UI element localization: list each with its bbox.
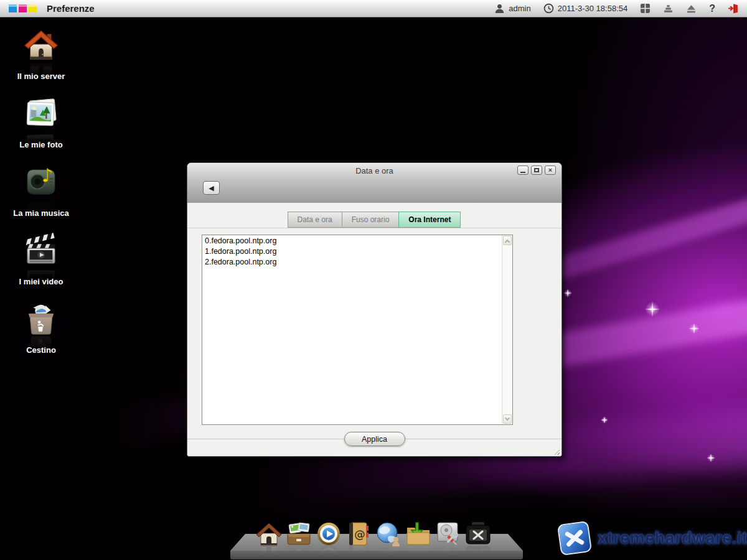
media-player-icon xyxy=(315,520,342,548)
user-icon xyxy=(494,3,505,14)
chevron-up-icon xyxy=(505,239,510,244)
tab-ora-internet[interactable]: Ora Internet xyxy=(398,212,461,228)
desktop-icon-label: Cestino xyxy=(6,345,76,355)
minimize-icon xyxy=(520,172,525,173)
home-icon xyxy=(255,520,283,548)
sparkle xyxy=(601,416,608,424)
dock-shelf-front xyxy=(230,551,523,559)
svg-text:♪: ♪ xyxy=(42,165,54,186)
tab-data-e-ora[interactable]: Data e ora xyxy=(288,212,342,228)
music-icon: ♪ xyxy=(23,164,59,200)
apps-grid-button[interactable] xyxy=(640,3,651,14)
desktop: Il mio server Le mie xyxy=(0,18,747,560)
devices-button[interactable] xyxy=(663,3,674,14)
dock-item-photos[interactable] xyxy=(285,520,312,548)
back-button[interactable]: ◀ xyxy=(203,181,220,195)
ntp-server-item[interactable]: 0.fedora.pool.ntp.org xyxy=(202,235,501,246)
top-menubar: Preferenze admin 2011-3-30 18:58:54 xyxy=(0,0,747,17)
desktop-icon-my-music[interactable]: ♪ La mia musica xyxy=(6,164,76,218)
window-content: Data e ora Fuso orario Ora Internet 0.fe… xyxy=(187,203,561,457)
xtremehardware-logo-icon xyxy=(557,521,592,556)
scroll-down-button[interactable] xyxy=(503,414,512,424)
maximize-icon xyxy=(534,168,539,172)
scroll-up-button[interactable] xyxy=(503,236,512,245)
address-book-icon: @ xyxy=(345,520,372,548)
download-folder-icon xyxy=(405,520,432,548)
globe-network-icon xyxy=(375,520,402,548)
toolbox-icon xyxy=(464,520,492,548)
dock-item-disk-utility[interactable] xyxy=(435,520,462,548)
watermark: xtremehardware.it xyxy=(559,523,747,554)
logo-square-yellow xyxy=(29,4,37,12)
logo-square-magenta xyxy=(19,4,27,12)
desktop-icon-label: Il mio server xyxy=(6,72,76,81)
user-menu[interactable]: admin xyxy=(494,3,530,14)
apply-button[interactable]: Applica xyxy=(344,432,405,446)
help-button[interactable]: ? xyxy=(709,3,715,14)
dock-item-home[interactable] xyxy=(255,520,283,548)
desktop-icon-label: La mia musica xyxy=(6,208,76,218)
sparkle xyxy=(707,454,715,462)
minimize-button[interactable] xyxy=(517,166,529,175)
logout-icon xyxy=(728,3,738,14)
eject-icon xyxy=(686,3,697,14)
desktop-icon-my-videos[interactable]: I miei video xyxy=(6,232,76,286)
sparkle xyxy=(688,323,700,334)
eject-button[interactable] xyxy=(686,3,697,14)
clock-icon xyxy=(543,3,554,14)
sparkle xyxy=(644,301,660,317)
dock: @ xyxy=(255,520,494,548)
ntp-server-list[interactable]: 0.fedora.pool.ntp.org 1.fedora.pool.ntp.… xyxy=(202,235,513,425)
tab-strip: Data e ora Fuso orario Ora Internet xyxy=(187,212,561,228)
logout-button[interactable] xyxy=(728,3,738,14)
grid-icon xyxy=(640,3,651,14)
video-icon xyxy=(23,232,59,268)
dock-item-network[interactable] xyxy=(375,520,402,548)
maximize-button[interactable] xyxy=(531,166,542,175)
button-row: Applica xyxy=(187,432,561,457)
logo-square-blue xyxy=(9,4,17,12)
sparkle xyxy=(563,289,572,297)
disk-utility-icon xyxy=(435,520,462,548)
dock-item-downloads[interactable] xyxy=(405,520,432,548)
devices-stack-icon xyxy=(663,3,674,14)
dock-item-media-player[interactable] xyxy=(315,520,342,548)
close-button[interactable]: × xyxy=(545,166,556,175)
desktop-icon-trash[interactable]: Cestino xyxy=(6,301,76,355)
tab-fuso-orario[interactable]: Fuso orario xyxy=(342,212,400,228)
desktop-icon-label: I miei video xyxy=(6,277,76,286)
dock-item-toolbox[interactable] xyxy=(464,520,492,548)
close-icon: × xyxy=(548,167,552,174)
desktop-icon-label: Le mie foto xyxy=(6,140,76,149)
clock-display: 2011-3-30 18:58:54 xyxy=(543,3,628,14)
page-title: Preferenze xyxy=(47,3,95,14)
vertical-scrollbar[interactable] xyxy=(502,235,512,424)
window-header[interactable]: Data e ora × ◀ xyxy=(187,163,561,203)
dock-item-address-book[interactable]: @ xyxy=(345,520,372,548)
user-name: admin xyxy=(509,4,530,13)
photo-drawer-icon xyxy=(285,520,312,548)
home-icon xyxy=(23,27,59,63)
watermark-text: xtremehardware.it xyxy=(598,529,747,548)
photos-icon xyxy=(23,95,59,131)
svg-text:@: @ xyxy=(354,528,365,541)
dialog-date-time: Data e ora × ◀ Data e ora Fuso orario Or… xyxy=(187,162,562,457)
brand-logo xyxy=(9,4,37,12)
trash-icon xyxy=(23,301,59,337)
desktop-icon-my-server[interactable]: Il mio server xyxy=(6,27,76,81)
ntp-server-item[interactable]: 1.fedora.pool.ntp.org xyxy=(202,246,501,256)
ntp-server-item[interactable]: 2.fedora.pool.ntp.org xyxy=(202,256,501,267)
window-title: Data e ora xyxy=(187,166,561,175)
datetime-text: 2011-3-30 18:58:54 xyxy=(558,4,628,13)
desktop-icon-my-photos[interactable]: Le mie foto xyxy=(6,95,76,149)
chevron-down-icon xyxy=(505,416,510,421)
